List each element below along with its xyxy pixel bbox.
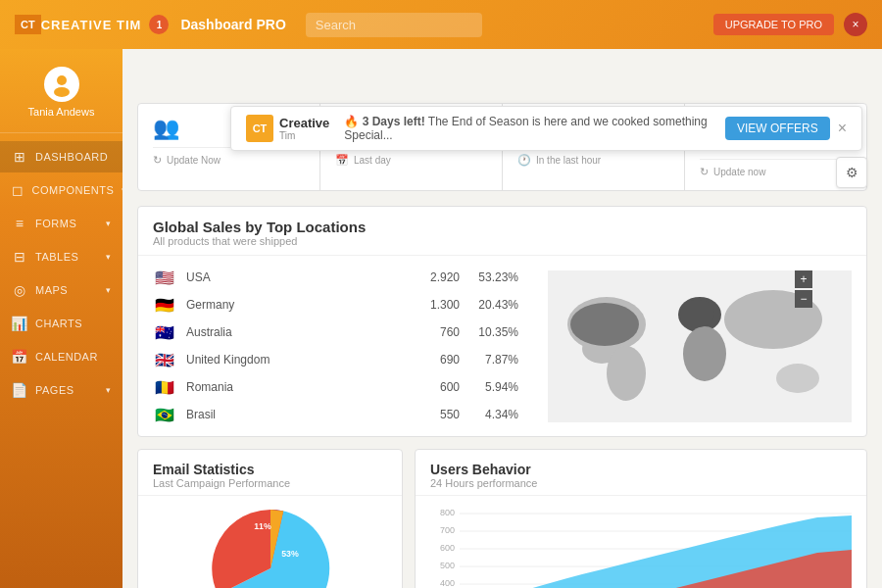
location-row: 🇬🇧 United Kingdom 690 7.87% xyxy=(138,346,533,373)
upgrade-button[interactable]: UPGRADE TO PRO xyxy=(713,14,834,35)
chevron-down-icon: ▾ xyxy=(106,252,112,262)
svg-text:11%: 11% xyxy=(254,521,271,531)
world-map: + − xyxy=(533,256,866,436)
country-flag: 🇩🇪 xyxy=(153,297,176,313)
country-pct: 53.23% xyxy=(469,270,518,284)
chevron-down-icon: ▾ xyxy=(106,219,112,228)
country-count: 600 xyxy=(411,380,460,394)
country-flag: 🇬🇧 xyxy=(153,352,176,368)
view-offers-button[interactable]: VIEW OFFERS xyxy=(725,117,830,140)
sidebar-item-calendar[interactable]: 📅 CALENDAR xyxy=(0,341,122,372)
stat-footer-text: In the last hour xyxy=(536,155,601,166)
sidebar-item-components[interactable]: ◻ COMPONENTS ▾ xyxy=(0,174,122,206)
country-flag: 🇧🇷 xyxy=(153,407,176,422)
svg-point-9 xyxy=(776,364,819,393)
svg-text:800: 800 xyxy=(440,508,455,517)
svg-text:53%: 53% xyxy=(281,549,299,559)
svg-text:600: 600 xyxy=(440,543,455,553)
refresh-icon: ↻ xyxy=(153,154,162,167)
email-stats-panel: Email Statistics Last Campaign Performan… xyxy=(137,449,403,588)
country-flag: 🇦🇺 xyxy=(153,324,176,340)
svg-point-7 xyxy=(683,326,726,381)
calendar-icon: 📅 xyxy=(335,154,349,167)
dashboard-title: Dashboard PRO xyxy=(180,17,285,32)
content-area: CT Creative Tim 🔥 3 Days left! The End o… xyxy=(122,49,882,588)
forms-icon: ≡ xyxy=(12,216,27,231)
svg-text:500: 500 xyxy=(440,561,455,570)
country-name: Romania xyxy=(186,380,401,394)
settings-button[interactable]: ⚙ xyxy=(836,157,867,188)
map-section-subtitle: All products that were shipped xyxy=(153,235,852,247)
users-behavior-subtitle: 24 Hours performance xyxy=(430,477,852,489)
topbar: CT CREATIVE TIM 1 Dashboard PRO UPGRADE … xyxy=(0,0,882,49)
notif-logo-box: CT xyxy=(246,115,273,142)
country-count: 2.920 xyxy=(411,270,460,284)
sidebar-item-charts[interactable]: 📊 CHARTS xyxy=(0,308,122,339)
country-name: Germany xyxy=(186,298,401,312)
bottom-row: Email Statistics Last Campaign Performan… xyxy=(137,449,867,588)
sidebar-item-pages[interactable]: 📄 PAGES ▾ xyxy=(0,374,122,406)
country-pct: 10.35% xyxy=(469,325,518,339)
sidebar-item-label: TABLES xyxy=(35,251,78,263)
sidebar-item-label: COMPONENTS xyxy=(32,184,115,196)
country-pct: 5.94% xyxy=(469,380,518,394)
country-name: USA xyxy=(186,270,401,284)
sidebar-item-label: DASHBOARD xyxy=(35,151,108,163)
sidebar: Tania Andews ⊞ DASHBOARD ◻ COMPONENTS ▾ … xyxy=(0,49,122,588)
sidebar-item-label: CHARTS xyxy=(35,318,82,329)
country-name: Brasil xyxy=(186,408,401,421)
country-pct: 4.34% xyxy=(469,408,518,421)
sidebar-item-maps[interactable]: ◎ MAPS ▾ xyxy=(0,274,122,306)
dashboard-icon: ⊞ xyxy=(12,149,27,165)
sidebar-username: Tania Andews xyxy=(28,106,95,118)
location-row: 🇩🇪 Germany 1.300 20.43% xyxy=(138,291,533,318)
pages-icon: 📄 xyxy=(12,382,27,398)
notification-close-button[interactable]: × xyxy=(838,120,847,137)
country-pct: 7.87% xyxy=(469,353,518,367)
notif-brand-sub: Tim xyxy=(279,130,329,141)
svg-point-11 xyxy=(679,300,714,327)
sidebar-item-dashboard[interactable]: ⊞ DASHBOARD xyxy=(0,141,122,172)
topbar-actions: UPGRADE TO PRO × xyxy=(713,13,867,36)
avatar xyxy=(44,67,79,102)
components-icon: ◻ xyxy=(12,182,24,198)
country-count: 550 xyxy=(411,408,460,421)
search-input[interactable] xyxy=(306,13,482,37)
svg-point-10 xyxy=(570,303,639,346)
location-row: 🇷🇴 Romania 600 5.94% xyxy=(138,373,533,401)
country-count: 760 xyxy=(411,325,460,339)
sidebar-item-label: FORMS xyxy=(35,218,76,229)
map-zoom-out[interactable]: − xyxy=(795,290,812,308)
maps-icon: ◎ xyxy=(12,282,27,298)
users-behavior-header: Users Behavior 24 Hours performance xyxy=(416,450,866,496)
topbar-close-button[interactable]: × xyxy=(844,13,867,36)
country-flag: 🇷🇴 xyxy=(153,379,176,395)
sidebar-navigation: ⊞ DASHBOARD ◻ COMPONENTS ▾ ≡ FORMS ▾ ⊟ T… xyxy=(0,133,122,414)
sidebar-item-forms[interactable]: ≡ FORMS ▾ xyxy=(0,208,122,239)
email-panel-title: Email Statistics xyxy=(153,462,387,477)
svg-point-0 xyxy=(57,75,67,85)
chevron-down-icon: ▾ xyxy=(106,385,112,395)
sidebar-item-label: MAPS xyxy=(35,284,68,296)
country-count: 1.300 xyxy=(411,298,460,312)
notif-brand-name: Creative xyxy=(279,116,329,130)
location-row: 🇦🇺 Australia 760 10.35% xyxy=(138,318,533,346)
map-zoom-in[interactable]: + xyxy=(795,270,812,288)
brand-name: CREATIVE TIM xyxy=(41,18,142,32)
svg-text:400: 400 xyxy=(440,578,455,588)
location-table: 🇺🇸 USA 2.920 53.23% 🇩🇪 Germany 1.300 20.… xyxy=(138,256,533,436)
stat-footer-text: Update Now xyxy=(167,155,220,166)
svg-point-1 xyxy=(54,87,70,97)
clock-icon: 🕐 xyxy=(517,154,531,167)
storage-icon: 👥 xyxy=(153,116,179,141)
country-name: United Kingdom xyxy=(186,353,401,367)
calendar-icon: 📅 xyxy=(12,349,27,365)
notification-logo: CT Creative Tim xyxy=(246,115,329,142)
users-behavior-panel: Users Behavior 24 Hours performance 800 … xyxy=(415,449,867,588)
sidebar-item-tables[interactable]: ⊟ TABLES ▾ xyxy=(0,241,122,272)
charts-icon: 📊 xyxy=(12,316,27,331)
days-left: 3 Days left! xyxy=(363,115,425,128)
svg-text:700: 700 xyxy=(440,525,455,535)
email-panel-body: 53% 36% 11% xyxy=(138,496,402,588)
fire-icon: 🔥 xyxy=(344,115,359,128)
